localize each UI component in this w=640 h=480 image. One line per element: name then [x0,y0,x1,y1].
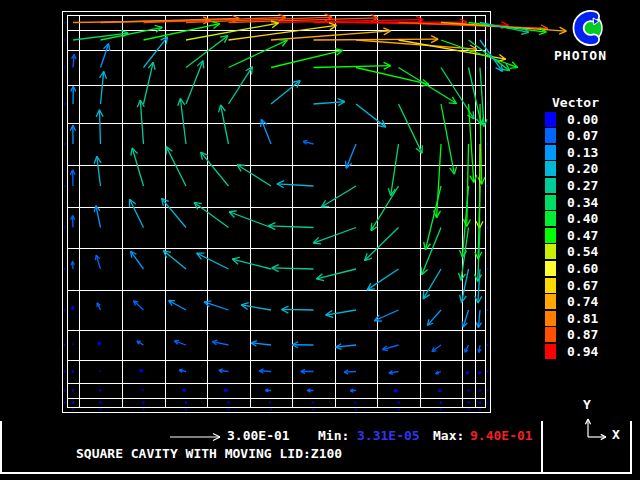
max-label: Max: [433,429,464,443]
photon-app-window: PHOTON Vector 0.000.070.130.200.270.340.… [0,0,640,480]
legend-entry: 0.07 [545,128,598,144]
legend-entry: 0.27 [545,177,598,193]
legend-value: 0.34 [567,195,598,210]
boundary-node-dots [64,22,489,411]
legend-value: 0.67 [567,278,598,293]
x-axis-label: X [612,428,620,442]
legend-value: 0.07 [567,128,598,143]
plot-title: SQUARE CAVITY WITH MOVING LID:Z100 [76,447,342,461]
legend-swatch [545,211,556,226]
legend-value: 0.00 [567,112,598,127]
legend-entry: 0.00 [545,111,598,127]
legend-value: 0.60 [567,261,598,276]
legend-entry: 0.94 [545,343,598,359]
legend-entry: 0.34 [545,194,598,210]
legend-swatch [545,178,556,193]
axis-indicator [585,419,606,440]
legend-value: 0.94 [567,344,598,359]
legend-entry: 0.87 [545,327,598,343]
legend-title: Vector [552,96,599,110]
vector-plot [0,0,640,480]
legend-entry: 0.60 [545,260,598,276]
legend-swatch [545,161,556,176]
min-label: Min: [318,429,349,443]
legend-swatch [545,195,556,210]
legend-value: 0.87 [567,327,598,342]
photon-wordmark: PHOTON [554,49,607,63]
legend-value: 0.81 [567,311,598,326]
grid-lines [67,15,485,407]
legend-entry: 0.74 [545,294,598,310]
legend-value: 0.13 [567,145,598,160]
legend-value: 0.40 [567,211,598,226]
legend-value: 0.47 [567,228,598,243]
max-value: 9.40E-01 [470,429,533,443]
legend-swatch [545,228,556,243]
cavity-box [62,11,490,412]
legend-entry: 0.20 [545,161,598,177]
min-value: 3.31E-05 [357,429,420,443]
y-axis-label: Y [583,398,591,412]
legend-swatch [545,261,556,276]
legend-entry: 0.67 [545,277,598,293]
reference-scale-value: 3.00E-01 [227,429,290,443]
legend-swatch [545,278,556,293]
legend-swatch [545,244,556,259]
legend-swatch [545,344,556,359]
legend-swatch [545,294,556,309]
legend-swatch [545,311,556,326]
legend-value: 0.20 [567,161,598,176]
legend-swatch [545,327,556,342]
legend-entry: 0.81 [545,310,598,326]
legend-entry: 0.40 [545,211,598,227]
legend-swatch [545,128,556,143]
vector-arrows [70,14,566,404]
legend-value: 0.27 [567,178,598,193]
photon-logo [564,8,608,48]
legend-swatch [545,112,556,127]
legend-value: 0.74 [567,294,598,309]
legend-entry: 0.13 [545,144,598,160]
legend-entry: 0.54 [545,244,598,260]
legend-value: 0.54 [567,244,598,259]
reference-scale-arrow [170,434,220,441]
legend-swatch [545,145,556,160]
legend-entry: 0.47 [545,227,598,243]
